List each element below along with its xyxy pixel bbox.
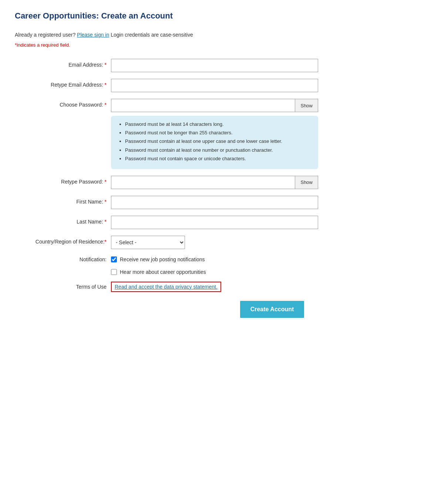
sign-in-link[interactable]: Please sign in: [77, 32, 109, 38]
retype-password-control: Show: [111, 176, 318, 189]
password-label: Choose Password: *: [15, 99, 111, 108]
email-row: Email Address: *: [15, 59, 433, 72]
page-title: Career Opportunities: Create an Account: [15, 11, 433, 21]
show-password-button[interactable]: Show: [295, 99, 318, 112]
password-row: Choose Password: * Show Password must be…: [15, 99, 433, 169]
country-row: Country/Region of Residence:* - Select -: [15, 236, 433, 249]
terms-label: Terms of Use: [15, 284, 111, 290]
retype-password-label: Retype Password: *: [15, 176, 111, 185]
password-field[interactable]: [111, 99, 295, 112]
last-name-label: Last Name: *: [15, 216, 111, 225]
notification-checkbox-wrapper: Receive new job posting notifications: [111, 256, 205, 262]
subtitle: Already a registered user? Please sign i…: [15, 32, 433, 38]
subtitle-suffix-text: Login credentials are case-sensitive: [111, 32, 193, 38]
notification-label: Notification:: [15, 256, 111, 262]
password-hint-item-4: Password must contain at least one numbe…: [125, 147, 311, 154]
password-hint-item-3: Password must contain at least one upper…: [125, 138, 311, 145]
last-name-row: Last Name: *: [15, 216, 433, 229]
first-name-field[interactable]: [111, 196, 318, 209]
terms-row: Terms of Use Read and accept the data pr…: [15, 282, 433, 292]
first-name-label: First Name: *: [15, 196, 111, 205]
show-retype-password-button[interactable]: Show: [295, 176, 318, 189]
password-hint-list: Password must be at least 14 characters …: [118, 121, 311, 162]
retype-password-field[interactable]: [111, 176, 295, 189]
create-account-button[interactable]: Create Account: [240, 301, 304, 318]
subtitle-prefix: Already a registered user?: [15, 32, 75, 38]
email-control: [111, 59, 318, 72]
terms-link[interactable]: Read and accept the data privacy stateme…: [115, 284, 218, 290]
create-account-form: Email Address: * Retype Email Address: *…: [15, 59, 433, 318]
retype-email-label: Retype Email Address: *: [15, 79, 111, 88]
retype-email-control: [111, 79, 318, 92]
notification-checkbox[interactable]: [111, 256, 117, 262]
retype-email-field[interactable]: [111, 79, 318, 92]
country-label: Country/Region of Residence:*: [15, 236, 111, 245]
retype-email-row: Retype Email Address: *: [15, 79, 433, 92]
career-checkbox[interactable]: [111, 269, 117, 275]
create-account-row: Create Account: [111, 301, 433, 318]
country-select[interactable]: - Select -: [111, 236, 185, 249]
password-hint-item-2: Password must not be longer than 255 cha…: [125, 130, 311, 136]
first-name-control: [111, 196, 318, 209]
notification-checkbox-label[interactable]: Receive new job posting notifications: [120, 256, 205, 262]
career-checkbox-label[interactable]: Hear more about career opportunities: [120, 269, 206, 275]
password-input-group: Show: [111, 99, 318, 112]
retype-password-input-group: Show: [111, 176, 318, 189]
email-label: Email Address: *: [15, 59, 111, 68]
password-control: Show Password must be at least 14 charac…: [111, 99, 318, 169]
password-hint-item-5: Password must not contain space or unico…: [125, 155, 311, 162]
notification-row: Notification: Receive new job posting no…: [15, 256, 433, 262]
first-name-row: First Name: *: [15, 196, 433, 209]
country-control: - Select -: [111, 236, 318, 249]
retype-password-row: Retype Password: * Show: [15, 176, 433, 189]
password-hint-box: Password must be at least 14 characters …: [111, 116, 318, 169]
password-hint-item-1: Password must be at least 14 characters …: [125, 121, 311, 128]
last-name-field[interactable]: [111, 216, 318, 229]
career-checkbox-row: Hear more about career opportunities: [111, 269, 433, 275]
last-name-control: [111, 216, 318, 229]
email-field[interactable]: [111, 59, 318, 72]
required-note: *indicates a required field.: [15, 42, 433, 48]
terms-link-box: Read and accept the data privacy stateme…: [111, 282, 221, 292]
